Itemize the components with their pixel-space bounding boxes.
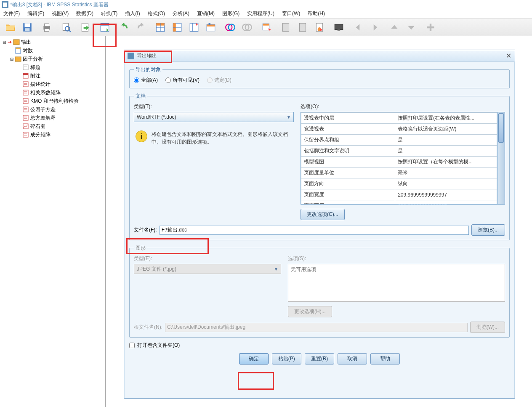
option-name[interactable]: 宽透视表 xyxy=(301,124,395,135)
type-combo[interactable]: Word/RTF (*.doc) ▼ xyxy=(134,112,294,122)
add-button[interactable] xyxy=(423,20,439,35)
menu-utilities[interactable]: 实用程序(U) xyxy=(247,10,274,17)
objects-legend: 导出的对象 xyxy=(134,66,162,73)
menu-view[interactable]: 视图(V) xyxy=(52,10,69,17)
tree-log[interactable]: 对数 xyxy=(2,46,105,55)
option-value[interactable]: 是 xyxy=(395,146,497,157)
grid3-button[interactable] xyxy=(186,20,202,35)
undo-button[interactable] xyxy=(116,20,132,35)
menu-analyze[interactable]: 分析(A) xyxy=(173,10,189,17)
help-button[interactable]: 帮助 xyxy=(370,353,400,364)
preview-button[interactable] xyxy=(58,20,74,35)
print-button[interactable] xyxy=(39,20,55,35)
svg-rect-2 xyxy=(25,28,30,31)
file-input[interactable] xyxy=(160,226,469,235)
tree-item[interactable]: 附注 xyxy=(2,72,105,80)
option-name[interactable]: 页面方向 xyxy=(301,178,395,189)
tree-item[interactable]: 成分矩阵 xyxy=(2,130,105,139)
redo-button[interactable] xyxy=(133,20,149,35)
goto-data-button[interactable] xyxy=(97,20,113,35)
export-dialog: 导出输出 ✕ 导出的对象 全部(A) 所有可见(V) 选定(D) 文档 类型(T… xyxy=(124,50,515,399)
screen-button[interactable] xyxy=(331,20,347,35)
radio-all[interactable]: 全部(A) xyxy=(134,77,158,84)
option-name[interactable]: 透视表中的层 xyxy=(301,113,395,124)
tree-item[interactable]: 总方差解释 xyxy=(2,114,105,122)
grid4-button[interactable] xyxy=(203,20,219,35)
svg-rect-44 xyxy=(23,82,28,87)
close-icon[interactable]: ✕ xyxy=(506,52,511,60)
nav-left-button[interactable] xyxy=(350,20,366,35)
document-group: 文档 类型(T): Word/RTF (*.doc) ▼ i 将创建包含文本和图… xyxy=(129,93,510,240)
select-button[interactable] xyxy=(258,20,274,35)
option-name[interactable]: 页面度量单位 xyxy=(301,168,395,178)
menu-graphs[interactable]: 图形(G) xyxy=(222,10,239,17)
doc2-button[interactable] xyxy=(295,20,311,35)
ok-button[interactable]: 确定 xyxy=(239,353,269,364)
tree-root[interactable]: ⊟➔ 输出 xyxy=(2,38,105,46)
root-file-label: 根文件名(N): xyxy=(134,324,162,331)
option-name[interactable]: 模型视图 xyxy=(301,157,395,168)
svg-rect-60 xyxy=(23,132,28,137)
browse-button[interactable]: 浏览(B)... xyxy=(471,224,505,236)
tree-item[interactable]: 相关系数矩阵 xyxy=(2,88,105,97)
option-value[interactable]: 是 xyxy=(395,135,497,146)
option-value[interactable]: 按照打印层设置(在各表的表属性... xyxy=(395,113,497,124)
image-legend: 图形 xyxy=(134,245,147,252)
tree-item[interactable]: 描述统计 xyxy=(2,80,105,88)
option-value[interactable]: 209.96999999999997 xyxy=(395,189,497,200)
tree-item[interactable]: 碎石图 xyxy=(2,122,105,130)
circles1-button[interactable] xyxy=(222,20,238,35)
change-options-button[interactable]: 更改选项(C)... xyxy=(301,209,345,220)
folder-icon xyxy=(14,56,22,62)
dialog-title-bar[interactable]: 导出输出 ✕ xyxy=(124,50,515,62)
item-icon xyxy=(22,98,29,104)
nav-right-button[interactable] xyxy=(367,20,383,35)
dialog-buttons: 确定 粘贴(P) 重置(R) 取消 帮助 xyxy=(129,353,510,364)
nav-down-button[interactable] xyxy=(403,20,419,35)
menu-transform[interactable]: 转换(T) xyxy=(101,10,117,17)
circles2-button[interactable] xyxy=(239,20,255,35)
menu-direct[interactable]: 直销(M) xyxy=(197,10,215,17)
menu-format[interactable]: 格式(O) xyxy=(148,10,165,17)
menu-edit[interactable]: 编辑(E) xyxy=(27,10,44,17)
options-scrollbar[interactable] xyxy=(497,112,505,204)
menu-insert[interactable]: 插入(I) xyxy=(125,10,140,17)
item-icon xyxy=(22,114,29,121)
option-name[interactable]: 保留分界点和组 xyxy=(301,135,395,146)
open-folder-checkbox[interactable]: 打开包含文件夹(O) xyxy=(129,342,510,349)
item-icon xyxy=(22,131,29,138)
tree-item[interactable]: 标题 xyxy=(2,63,105,72)
dialog-title: 导出输出 xyxy=(137,52,157,59)
open-button[interactable] xyxy=(3,20,19,35)
save-button[interactable] xyxy=(19,20,35,35)
doc1-button[interactable] xyxy=(278,20,294,35)
menu-window[interactable]: 窗口(W) xyxy=(282,10,300,17)
menu-bar: 文件(F) 编辑(E) 视图(V) 数据(D) 转换(T) 插入(I) 格式(O… xyxy=(0,9,532,19)
option-value[interactable]: 按照打印设置（在每个模型的模... xyxy=(395,157,497,168)
grid2-button[interactable] xyxy=(169,20,185,35)
radio-selected: 选定(D) xyxy=(207,77,231,84)
outline-tree[interactable]: ⊟➔ 输出 对数 ⊟ 因子分析 标题附注描述统计相关系数矩阵KMO 和巴特利特检… xyxy=(0,36,105,407)
tree-item[interactable]: KMO 和巴特利特检验 xyxy=(2,97,105,105)
reset-button[interactable]: 重置(R) xyxy=(305,353,335,364)
doc3-button[interactable] xyxy=(311,20,327,35)
option-value[interactable]: 表格换行以适合页边距(W) xyxy=(395,124,497,135)
export-button[interactable] xyxy=(77,20,93,35)
tree-factor[interactable]: ⊟ 因子分析 xyxy=(2,55,105,63)
menu-data[interactable]: 数据(D) xyxy=(76,10,93,17)
menu-help[interactable]: 帮助(H) xyxy=(308,10,325,17)
option-name[interactable]: 包括脚注和文字说明 xyxy=(301,146,395,157)
options-table[interactable]: 透视表中的层按照打印层设置(在各表的表属性...宽透视表表格换行以适合页边距(W… xyxy=(301,112,505,205)
img-type-label: 类型(E): xyxy=(134,255,281,262)
option-name[interactable]: 页面宽度 xyxy=(301,189,395,200)
cancel-button[interactable]: 取消 xyxy=(338,353,367,364)
menu-file[interactable]: 文件(F) xyxy=(3,10,20,17)
radio-visible[interactable]: 所有可见(V) xyxy=(165,77,200,84)
nav-up-button[interactable] xyxy=(386,20,402,35)
paste-button[interactable]: 粘贴(P) xyxy=(272,353,301,364)
log-icon xyxy=(14,47,22,54)
tree-item[interactable]: 公因子方差 xyxy=(2,105,105,114)
grid1-button[interactable] xyxy=(152,20,168,35)
option-value[interactable]: 毫米 xyxy=(395,168,497,178)
option-value[interactable]: 纵向 xyxy=(395,178,497,189)
